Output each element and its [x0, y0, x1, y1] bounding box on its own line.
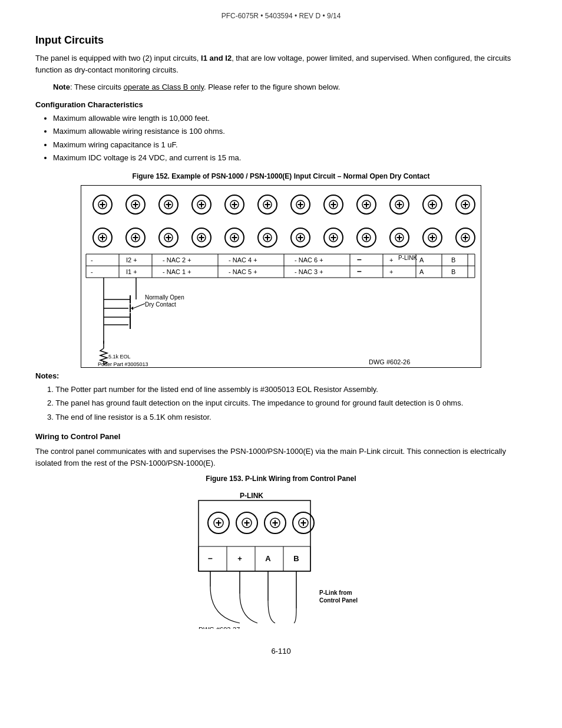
bullet-list: Maximum allowable wire length is 10,000 …: [53, 113, 527, 164]
svg-text:Normally Open: Normally Open: [145, 294, 184, 301]
circuit-diagram-1: + + + + + + +: [81, 185, 481, 368]
notes-title: Notes:: [35, 371, 527, 380]
figure1-caption: Figure 152. Example of PSN-1000 / PSN-10…: [35, 172, 527, 180]
svg-text:–: –: [357, 266, 362, 276]
wiring-text: The control panel communicates with and …: [35, 446, 527, 469]
svg-text:DWG #602-27: DWG #602-27: [199, 626, 240, 629]
svg-text:-: -: [91, 268, 93, 275]
notes-list: The Potter part number for the listed en…: [47, 384, 527, 423]
svg-text:P-LINK: P-LINK: [398, 255, 418, 261]
bullet-1: Maximum allowable wire length is 10,000 …: [53, 113, 527, 124]
svg-text:A: A: [419, 268, 424, 275]
svg-text:A: A: [419, 256, 424, 263]
bullet-2: Maximum allowable wiring resistance is 1…: [53, 126, 527, 137]
svg-text:-: -: [91, 256, 93, 263]
svg-text:Dry Contact: Dry Contact: [145, 301, 176, 308]
svg-text:+: +: [237, 554, 242, 563]
bullet-4: Maximum IDC voltage is 24 VDC, and curre…: [53, 152, 527, 164]
note-text: Note: These circuits operate as Class B …: [53, 81, 527, 93]
header-text: PFC-6075R • 5403594 • REV D • 9/14: [222, 12, 341, 20]
svg-text:P-Link from: P-Link from: [319, 589, 352, 596]
bullet-3: Maximum wiring capacitance is 1 uF.: [53, 139, 527, 151]
svg-text:- NAC 2 +: - NAC 2 +: [163, 256, 191, 263]
svg-text:P-LINK: P-LINK: [240, 492, 263, 500]
intro-text: The panel is equipped with two (2) input…: [35, 52, 527, 75]
svg-text:- NAC 6 +: - NAC 6 +: [295, 256, 323, 263]
svg-text:- NAC 5 +: - NAC 5 +: [229, 268, 257, 275]
svg-text:DWG #602-26: DWG #602-26: [369, 358, 410, 365]
svg-text:Potter Part #3005013: Potter Part #3005013: [98, 361, 148, 367]
notes-section: Notes: The Potter part number for the li…: [35, 371, 527, 423]
note-1: The Potter part number for the listed en…: [47, 384, 527, 396]
page-header: PFC-6075R • 5403594 • REV D • 9/14: [35, 12, 527, 20]
svg-marker-129: [131, 307, 133, 310]
svg-text:- NAC 1 +: - NAC 1 +: [163, 268, 191, 275]
circuit-diagram-2: P-LINK + + + + – + A B: [193, 487, 369, 629]
svg-text:B: B: [451, 256, 455, 263]
svg-text:A: A: [265, 554, 271, 563]
svg-text:–: –: [357, 255, 362, 264]
page-footer: 6-110: [35, 647, 527, 655]
svg-text:I2  +: I2 +: [126, 256, 137, 263]
svg-text:5.1k EOL: 5.1k EOL: [108, 354, 131, 360]
svg-text:+: +: [389, 268, 393, 275]
svg-line-128: [133, 304, 145, 308]
svg-text:I1  +: I1 +: [126, 268, 137, 275]
config-title: Configuration Characteristics: [35, 100, 527, 109]
svg-text:Control Panel: Control Panel: [319, 597, 358, 604]
wiring-title: Wiring to Control Panel: [35, 432, 527, 441]
svg-text:B: B: [293, 554, 299, 563]
section-title: Input Circuits: [35, 34, 527, 47]
page-number: 6-110: [271, 647, 290, 655]
svg-text:- NAC 3 +: - NAC 3 +: [295, 268, 323, 275]
note-2: The panel has ground fault detection on …: [47, 397, 527, 409]
svg-text:+: +: [389, 256, 393, 263]
figure2-caption: Figure 153. P-Link Wiring from Control P…: [35, 475, 527, 483]
svg-text:B: B: [451, 268, 455, 275]
note-3: The end of line resistor is a 5.1K ohm r…: [47, 411, 527, 423]
svg-text:- NAC 4 +: - NAC 4 +: [229, 256, 257, 263]
svg-text:–: –: [208, 554, 213, 563]
